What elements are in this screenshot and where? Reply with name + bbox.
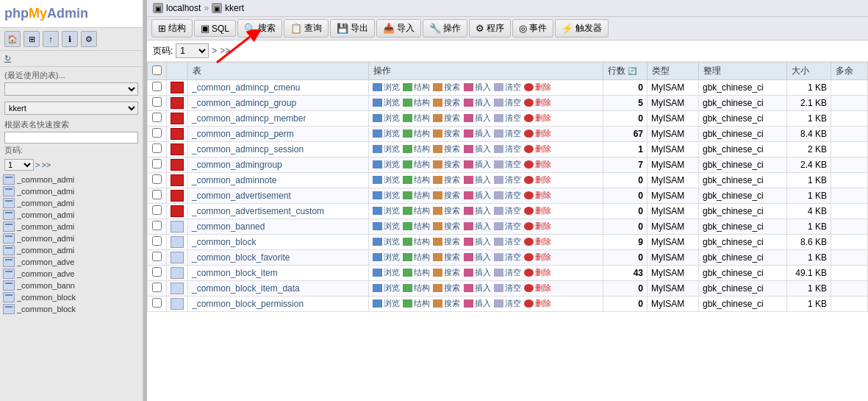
toolbar-btn-query[interactable]: 📋查询 [284, 19, 329, 38]
structure-link[interactable]: 结构 [403, 190, 430, 201]
insert-link[interactable]: 插入 [464, 82, 491, 93]
page-select-small[interactable]: 1 [4, 159, 34, 171]
row-table-name[interactable]: _common_admincp_cmenu [188, 80, 369, 96]
table-name-link[interactable]: _common_admincp_cmenu [192, 82, 300, 93]
empty-link[interactable]: 清空 [494, 97, 521, 108]
empty-link[interactable]: 清空 [494, 159, 521, 170]
table-name-link[interactable]: _common_admincp_session [192, 144, 304, 155]
empty-link[interactable]: 清空 [494, 82, 521, 93]
structure-link[interactable]: 结构 [403, 82, 430, 93]
search-link[interactable]: 搜索 [433, 205, 460, 216]
delete-link[interactable]: 删除 [524, 174, 551, 185]
row-checkbox[interactable] [152, 97, 162, 107]
delete-link[interactable]: 删除 [524, 298, 551, 309]
insert-link[interactable]: 插入 [464, 174, 491, 185]
settings-icon-btn[interactable]: ⚙ [81, 31, 97, 47]
sidebar-table-item[interactable]: _common_admi [0, 209, 143, 221]
structure-link[interactable]: 结构 [403, 283, 430, 294]
table-name-link[interactable]: _common_block_permission [192, 299, 304, 309]
row-table-name[interactable]: _common_adminnote [188, 173, 369, 188]
toolbar-btn-structure[interactable]: ⊞结构 [151, 19, 193, 38]
row-checkbox[interactable] [152, 174, 162, 184]
delete-link[interactable]: 删除 [524, 159, 551, 170]
sidebar-table-item[interactable]: _common_adve [0, 268, 143, 280]
table-name-link[interactable]: _common_block [192, 237, 256, 247]
quick-search-input[interactable] [4, 132, 138, 143]
row-table-name[interactable]: _common_advertisement [188, 188, 369, 204]
row-table-name[interactable]: _common_banned [188, 219, 369, 235]
delete-link[interactable]: 删除 [524, 97, 551, 108]
row-checkbox[interactable] [152, 221, 162, 230]
search-link[interactable]: 搜索 [433, 221, 460, 232]
table-name-link[interactable]: _common_advertisement [192, 191, 291, 201]
home-icon-btn[interactable]: 🏠 [4, 31, 21, 47]
sidebar-table-item[interactable]: _common_admi [0, 244, 143, 256]
insert-link[interactable]: 插入 [464, 128, 491, 139]
search-link[interactable]: 搜索 [433, 267, 460, 278]
browse-link[interactable]: 浏览 [373, 82, 400, 93]
row-table-name[interactable]: _common_block_item [188, 266, 369, 281]
row-table-name[interactable]: _common_admincp_member [188, 111, 369, 127]
table-name-link[interactable]: _common_block_favorite [192, 252, 290, 263]
nav-gtgt-small[interactable]: >> [41, 160, 51, 169]
row-table-name[interactable]: _common_admincp_perm [188, 127, 369, 142]
browse-link[interactable]: 浏览 [373, 113, 400, 124]
insert-link[interactable]: 插入 [464, 97, 491, 108]
table-name-link[interactable]: _common_admincp_member [192, 113, 306, 124]
empty-link[interactable]: 清空 [494, 221, 521, 232]
browse-link[interactable]: 浏览 [373, 283, 400, 294]
search-link[interactable]: 搜索 [433, 252, 460, 263]
empty-link[interactable]: 清空 [494, 252, 521, 263]
search-link[interactable]: 搜索 [433, 82, 460, 93]
row-table-name[interactable]: _common_admincp_group [188, 96, 369, 111]
table-name-link[interactable]: _common_block_item_data [192, 283, 300, 294]
row-checkbox[interactable] [152, 143, 162, 153]
browse-link[interactable]: 浏览 [373, 190, 400, 201]
structure-link[interactable]: 结构 [403, 159, 430, 170]
delete-link[interactable]: 删除 [524, 236, 551, 247]
select-all-checkbox[interactable] [152, 65, 162, 75]
search-link[interactable]: 搜索 [433, 97, 460, 108]
row-checkbox[interactable] [152, 252, 162, 261]
table-name-link[interactable]: _common_admincp_perm [192, 129, 294, 139]
structure-link[interactable]: 结构 [403, 298, 430, 309]
delete-link[interactable]: 删除 [524, 205, 551, 216]
row-checkbox[interactable] [152, 190, 162, 199]
search-link[interactable]: 搜索 [433, 159, 460, 170]
sidebar-table-item[interactable]: _common_bann [0, 280, 143, 291]
upload-icon-btn[interactable]: ↑ [43, 31, 59, 47]
grid-icon-btn[interactable]: ⊞ [24, 31, 40, 47]
sidebar-table-item[interactable]: _common_admi [0, 221, 143, 233]
delete-link[interactable]: 删除 [524, 113, 551, 124]
browse-link[interactable]: 浏览 [373, 267, 400, 278]
structure-link[interactable]: 结构 [403, 97, 430, 108]
row-checkbox[interactable] [152, 128, 162, 138]
browse-link[interactable]: 浏览 [373, 221, 400, 232]
empty-link[interactable]: 清空 [494, 205, 521, 216]
browse-link[interactable]: 浏览 [373, 97, 400, 108]
toolbar-btn-routines[interactable]: ⚙程序 [469, 19, 511, 38]
delete-link[interactable]: 删除 [524, 190, 551, 201]
info-icon-btn[interactable]: ℹ [62, 31, 78, 47]
browse-link[interactable]: 浏览 [373, 128, 400, 139]
database-select[interactable]: kkert [4, 102, 138, 115]
search-link[interactable]: 搜索 [433, 283, 460, 294]
browse-link[interactable]: 浏览 [373, 252, 400, 263]
browse-link[interactable]: 浏览 [373, 174, 400, 185]
delete-link[interactable]: 删除 [524, 82, 551, 93]
insert-link[interactable]: 插入 [464, 221, 491, 232]
empty-link[interactable]: 清空 [494, 283, 521, 294]
row-checkbox[interactable] [152, 236, 162, 246]
toolbar-btn-export[interactable]: 💾导出 [330, 19, 375, 38]
th-rows[interactable]: 行数 🔄 [603, 63, 648, 80]
insert-link[interactable]: 插入 [464, 113, 491, 124]
structure-link[interactable]: 结构 [403, 252, 430, 263]
sidebar-table-item[interactable]: _common_admi [0, 233, 143, 244]
structure-link[interactable]: 结构 [403, 267, 430, 278]
sidebar-table-item[interactable]: _common_admi [0, 185, 143, 197]
row-table-name[interactable]: _common_advertisement_custom [188, 204, 369, 219]
empty-link[interactable]: 清空 [494, 298, 521, 309]
empty-link[interactable]: 清空 [494, 128, 521, 139]
toolbar-btn-triggers[interactable]: ⚡触发器 [555, 19, 609, 38]
empty-link[interactable]: 清空 [494, 113, 521, 124]
